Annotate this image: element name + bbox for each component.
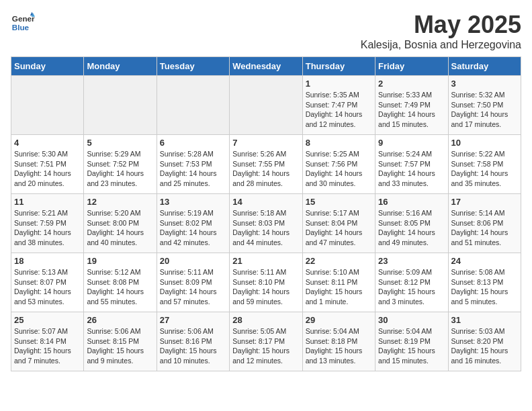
day-number: 10 xyxy=(451,138,518,148)
day-number: 15 xyxy=(306,197,372,207)
weekday-header-sunday: Sunday xyxy=(11,57,84,76)
calendar-cell: 10Sunrise: 5:22 AM Sunset: 7:58 PM Dayli… xyxy=(448,135,521,194)
week-row-1: 1Sunrise: 5:35 AM Sunset: 7:47 PM Daylig… xyxy=(11,76,521,135)
calendar-cell: 17Sunrise: 5:14 AM Sunset: 8:06 PM Dayli… xyxy=(448,194,521,253)
calendar-cell: 22Sunrise: 5:10 AM Sunset: 8:11 PM Dayli… xyxy=(302,253,375,312)
day-info: Sunrise: 5:12 AM Sunset: 8:08 PM Dayligh… xyxy=(87,267,153,307)
day-number: 16 xyxy=(378,197,445,207)
calendar-table: SundayMondayTuesdayWednesdayThursdayFrid… xyxy=(11,56,521,371)
weekday-header-saturday: Saturday xyxy=(448,57,521,76)
day-number: 29 xyxy=(306,315,372,325)
day-info: Sunrise: 5:11 AM Sunset: 8:10 PM Dayligh… xyxy=(232,267,299,307)
weekday-header-thursday: Thursday xyxy=(302,57,375,76)
day-number: 31 xyxy=(451,315,518,325)
day-number: 6 xyxy=(160,138,226,148)
calendar-cell: 1Sunrise: 5:35 AM Sunset: 7:47 PM Daylig… xyxy=(302,76,375,135)
day-info: Sunrise: 5:28 AM Sunset: 7:53 PM Dayligh… xyxy=(160,149,226,189)
day-info: Sunrise: 5:33 AM Sunset: 7:49 PM Dayligh… xyxy=(378,90,445,130)
day-info: Sunrise: 5:06 AM Sunset: 8:15 PM Dayligh… xyxy=(87,326,153,366)
day-info: Sunrise: 5:10 AM Sunset: 8:11 PM Dayligh… xyxy=(306,267,372,307)
day-number: 17 xyxy=(451,197,518,207)
week-row-2: 4Sunrise: 5:30 AM Sunset: 7:51 PM Daylig… xyxy=(11,135,521,194)
day-info: Sunrise: 5:14 AM Sunset: 8:06 PM Dayligh… xyxy=(451,208,518,248)
title-block: May 2025 Kalesija, Bosnia and Herzegovin… xyxy=(361,11,521,51)
weekday-header-row: SundayMondayTuesdayWednesdayThursdayFrid… xyxy=(11,57,521,76)
calendar-cell: 23Sunrise: 5:09 AM Sunset: 8:12 PM Dayli… xyxy=(375,253,448,312)
svg-text:Blue: Blue xyxy=(12,23,30,32)
day-info: Sunrise: 5:29 AM Sunset: 7:52 PM Dayligh… xyxy=(87,149,153,189)
calendar-cell: 6Sunrise: 5:28 AM Sunset: 7:53 PM Daylig… xyxy=(157,135,229,194)
calendar-cell: 11Sunrise: 5:21 AM Sunset: 7:59 PM Dayli… xyxy=(11,194,84,253)
day-number: 8 xyxy=(306,138,372,148)
day-number: 22 xyxy=(306,256,372,266)
calendar-cell: 3Sunrise: 5:32 AM Sunset: 7:50 PM Daylig… xyxy=(448,76,521,135)
day-info: Sunrise: 5:07 AM Sunset: 8:14 PM Dayligh… xyxy=(14,326,81,366)
calendar-cell xyxy=(230,76,302,135)
calendar-cell: 30Sunrise: 5:04 AM Sunset: 8:19 PM Dayli… xyxy=(375,312,448,371)
day-number: 14 xyxy=(232,197,299,207)
day-info: Sunrise: 5:25 AM Sunset: 7:56 PM Dayligh… xyxy=(306,149,372,189)
day-number: 9 xyxy=(378,138,445,148)
day-number: 18 xyxy=(14,256,81,266)
calendar-cell: 24Sunrise: 5:08 AM Sunset: 8:13 PM Dayli… xyxy=(448,253,521,312)
day-info: Sunrise: 5:04 AM Sunset: 8:19 PM Dayligh… xyxy=(378,326,445,366)
day-number: 20 xyxy=(160,256,226,266)
day-info: Sunrise: 5:35 AM Sunset: 7:47 PM Dayligh… xyxy=(306,90,372,130)
weekday-header-wednesday: Wednesday xyxy=(230,57,302,76)
weekday-header-friday: Friday xyxy=(375,57,448,76)
calendar-cell: 20Sunrise: 5:11 AM Sunset: 8:09 PM Dayli… xyxy=(157,253,229,312)
day-info: Sunrise: 5:20 AM Sunset: 8:00 PM Dayligh… xyxy=(87,208,153,248)
day-number: 19 xyxy=(87,256,153,266)
day-info: Sunrise: 5:26 AM Sunset: 7:55 PM Dayligh… xyxy=(232,149,299,189)
calendar-cell: 4Sunrise: 5:30 AM Sunset: 7:51 PM Daylig… xyxy=(11,135,84,194)
calendar-cell xyxy=(84,76,157,135)
calendar-cell: 12Sunrise: 5:20 AM Sunset: 8:00 PM Dayli… xyxy=(84,194,157,253)
day-info: Sunrise: 5:30 AM Sunset: 7:51 PM Dayligh… xyxy=(14,149,81,189)
calendar-cell: 16Sunrise: 5:16 AM Sunset: 8:05 PM Dayli… xyxy=(375,194,448,253)
calendar-cell: 28Sunrise: 5:05 AM Sunset: 8:17 PM Dayli… xyxy=(230,312,302,371)
day-number: 5 xyxy=(87,138,153,148)
calendar-cell: 26Sunrise: 5:06 AM Sunset: 8:15 PM Dayli… xyxy=(84,312,157,371)
day-info: Sunrise: 5:22 AM Sunset: 7:58 PM Dayligh… xyxy=(451,149,518,189)
day-info: Sunrise: 5:09 AM Sunset: 8:12 PM Dayligh… xyxy=(378,267,445,307)
day-number: 25 xyxy=(14,315,81,325)
calendar-cell: 14Sunrise: 5:18 AM Sunset: 8:03 PM Dayli… xyxy=(230,194,302,253)
day-info: Sunrise: 5:08 AM Sunset: 8:13 PM Dayligh… xyxy=(451,267,518,307)
day-number: 1 xyxy=(306,79,372,89)
calendar-cell xyxy=(11,76,84,135)
day-info: Sunrise: 5:16 AM Sunset: 8:05 PM Dayligh… xyxy=(378,208,445,248)
calendar-cell: 29Sunrise: 5:04 AM Sunset: 8:18 PM Dayli… xyxy=(302,312,375,371)
week-row-3: 11Sunrise: 5:21 AM Sunset: 7:59 PM Dayli… xyxy=(11,194,521,253)
calendar-cell: 5Sunrise: 5:29 AM Sunset: 7:52 PM Daylig… xyxy=(84,135,157,194)
day-info: Sunrise: 5:13 AM Sunset: 8:07 PM Dayligh… xyxy=(14,267,81,307)
day-number: 12 xyxy=(87,197,153,207)
weekday-header-tuesday: Tuesday xyxy=(157,57,229,76)
logo: General Blue xyxy=(11,11,35,35)
calendar-cell: 21Sunrise: 5:11 AM Sunset: 8:10 PM Dayli… xyxy=(230,253,302,312)
day-info: Sunrise: 5:21 AM Sunset: 7:59 PM Dayligh… xyxy=(14,208,81,248)
calendar-cell: 2Sunrise: 5:33 AM Sunset: 7:49 PM Daylig… xyxy=(375,76,448,135)
day-info: Sunrise: 5:32 AM Sunset: 7:50 PM Dayligh… xyxy=(451,90,518,130)
day-info: Sunrise: 5:05 AM Sunset: 8:17 PM Dayligh… xyxy=(232,326,299,366)
calendar-cell: 18Sunrise: 5:13 AM Sunset: 8:07 PM Dayli… xyxy=(11,253,84,312)
day-number: 7 xyxy=(232,138,299,148)
calendar-cell: 19Sunrise: 5:12 AM Sunset: 8:08 PM Dayli… xyxy=(84,253,157,312)
day-info: Sunrise: 5:03 AM Sunset: 8:20 PM Dayligh… xyxy=(451,326,518,366)
day-info: Sunrise: 5:19 AM Sunset: 8:02 PM Dayligh… xyxy=(160,208,226,248)
calendar-cell: 31Sunrise: 5:03 AM Sunset: 8:20 PM Dayli… xyxy=(448,312,521,371)
calendar-cell: 8Sunrise: 5:25 AM Sunset: 7:56 PM Daylig… xyxy=(302,135,375,194)
page-header: General Blue May 2025 Kalesija, Bosnia a… xyxy=(11,11,521,51)
day-number: 11 xyxy=(14,197,81,207)
logo-icon: General Blue xyxy=(11,11,35,35)
calendar-cell: 13Sunrise: 5:19 AM Sunset: 8:02 PM Dayli… xyxy=(157,194,229,253)
calendar-cell: 9Sunrise: 5:24 AM Sunset: 7:57 PM Daylig… xyxy=(375,135,448,194)
calendar-cell: 25Sunrise: 5:07 AM Sunset: 8:14 PM Dayli… xyxy=(11,312,84,371)
day-number: 4 xyxy=(14,138,81,148)
weekday-header-monday: Monday xyxy=(84,57,157,76)
calendar-cell: 7Sunrise: 5:26 AM Sunset: 7:55 PM Daylig… xyxy=(230,135,302,194)
calendar-cell: 27Sunrise: 5:06 AM Sunset: 8:16 PM Dayli… xyxy=(157,312,229,371)
day-number: 26 xyxy=(87,315,153,325)
calendar-cell: 15Sunrise: 5:17 AM Sunset: 8:04 PM Dayli… xyxy=(302,194,375,253)
day-info: Sunrise: 5:18 AM Sunset: 8:03 PM Dayligh… xyxy=(232,208,299,248)
day-number: 28 xyxy=(232,315,299,325)
